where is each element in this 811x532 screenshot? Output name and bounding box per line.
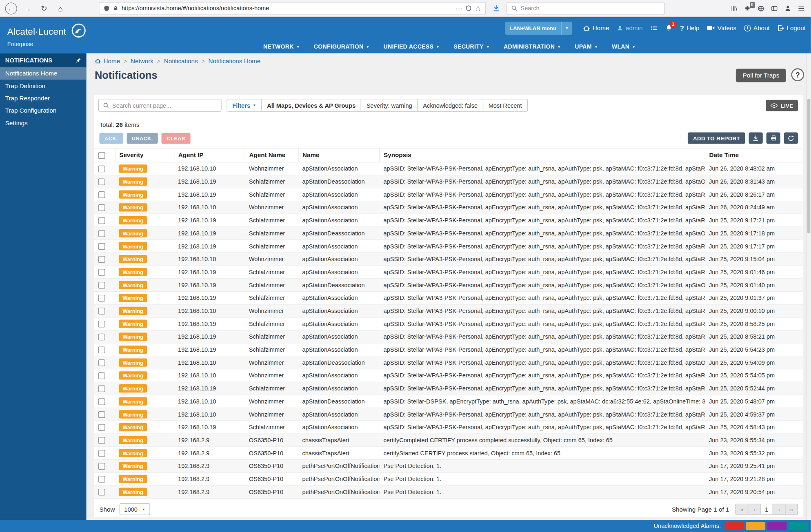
column-date-time[interactable]: Date Time bbox=[705, 148, 803, 162]
row-checkbox[interactable] bbox=[98, 256, 105, 262]
notification-row[interactable]: Warning 192.168.10.10 Wohnzimmer apStati… bbox=[94, 395, 803, 408]
notification-row[interactable]: Warning 192.168.10.19 Schlafzimmer apSta… bbox=[94, 317, 803, 330]
notification-row[interactable]: Warning 192.168.10.19 Schlafzimmer apSta… bbox=[94, 227, 803, 240]
row-checkbox[interactable] bbox=[98, 230, 105, 237]
page-actions-icon[interactable]: ⋯ bbox=[455, 4, 463, 12]
pin-icon[interactable] bbox=[76, 58, 81, 63]
row-checkbox[interactable] bbox=[98, 398, 105, 405]
row-checkbox[interactable] bbox=[98, 308, 105, 314]
alarm-count-box[interactable] bbox=[746, 522, 765, 530]
notification-row[interactable]: Warning 192.168.2.9 OS6350-P10 pethPsePo… bbox=[94, 459, 803, 472]
row-checkbox[interactable] bbox=[98, 269, 105, 275]
row-checkbox[interactable] bbox=[98, 295, 105, 301]
notification-row[interactable]: Warning 192.168.10.10 Wohnzimmer apStati… bbox=[94, 253, 803, 266]
sidebar-item[interactable]: Notifications Home bbox=[0, 67, 87, 80]
row-checkbox[interactable] bbox=[98, 372, 105, 379]
notification-row[interactable]: Warning 192.168.10.10 Wohnzimmer apStati… bbox=[94, 356, 803, 369]
column-name[interactable]: Name bbox=[298, 148, 379, 162]
row-checkbox[interactable] bbox=[98, 346, 105, 353]
prev-page-button[interactable]: ‹ bbox=[748, 504, 761, 515]
notification-row[interactable]: Warning 192.168.10.19 Schlafzimmer apSta… bbox=[94, 291, 803, 304]
current-page-button[interactable]: 1 bbox=[760, 504, 773, 515]
filter-chip[interactable]: Most Recent bbox=[483, 99, 528, 112]
row-checkbox[interactable] bbox=[98, 204, 105, 211]
notification-row[interactable]: Warning 192.168.10.19 Schlafzimmer apSta… bbox=[94, 188, 803, 201]
scrollbar-thumb[interactable] bbox=[807, 99, 811, 233]
row-checkbox[interactable] bbox=[98, 191, 105, 198]
content-scrollbar[interactable] bbox=[806, 53, 811, 520]
sidebar-item[interactable]: Trap Configuration bbox=[0, 104, 87, 117]
refresh-button[interactable] bbox=[784, 133, 798, 144]
row-checkbox[interactable] bbox=[98, 476, 105, 482]
nav-item[interactable]: ADMINISTRATION▼ bbox=[504, 43, 561, 49]
row-checkbox[interactable] bbox=[98, 359, 105, 366]
sidebar-item[interactable]: Settings bbox=[0, 117, 87, 129]
page-search-input[interactable] bbox=[112, 102, 217, 108]
row-checkbox[interactable] bbox=[98, 424, 105, 430]
notification-row[interactable]: Warning 192.168.10.19 Schlafzimmer apSta… bbox=[94, 279, 803, 292]
notification-row[interactable]: Warning 192.168.10.10 Wohnzimmer apStati… bbox=[94, 369, 803, 382]
notification-row[interactable]: Warning 192.168.10.19 Schlafzimmer apSta… bbox=[94, 214, 803, 227]
filter-chip[interactable]: Acknowledged: false bbox=[417, 99, 483, 112]
row-checkbox[interactable] bbox=[98, 489, 105, 495]
column-agent-name[interactable]: Agent Name bbox=[245, 148, 298, 162]
nav-item[interactable]: UPAM▼ bbox=[575, 43, 598, 49]
page-help-button[interactable]: ? bbox=[791, 68, 804, 81]
browser-reload-button[interactable]: ↻ bbox=[38, 2, 50, 14]
browser-home-button[interactable]: ⌂ bbox=[54, 2, 67, 14]
browser-search-input[interactable] bbox=[520, 5, 660, 11]
row-checkbox[interactable] bbox=[98, 411, 105, 418]
notification-row[interactable]: Warning 192.168.10.10 Wohnzimmer apStati… bbox=[94, 304, 803, 317]
row-checkbox[interactable] bbox=[98, 437, 105, 443]
notification-row[interactable]: Warning 192.168.2.9 OS6350-P10 pethPsePo… bbox=[94, 472, 803, 485]
row-checkbox[interactable] bbox=[98, 333, 105, 340]
next-page-button[interactable]: › bbox=[773, 504, 786, 515]
row-checkbox[interactable] bbox=[98, 282, 105, 288]
column-agent-ip[interactable]: Agent IP bbox=[174, 148, 245, 162]
sidebar-item[interactable]: Trap Responder bbox=[0, 92, 87, 104]
alarm-count-box[interactable] bbox=[725, 522, 744, 530]
account-icon[interactable] bbox=[784, 5, 791, 11]
print-button[interactable] bbox=[767, 133, 780, 144]
sidebar-toggle-icon[interactable] bbox=[771, 5, 778, 11]
poll-for-traps-button[interactable]: Poll for Traps bbox=[736, 69, 786, 82]
row-checkbox[interactable] bbox=[98, 165, 105, 172]
notification-row[interactable]: Warning 192.168.10.19 Schlafzimmer apSta… bbox=[94, 266, 803, 279]
extensions-icon[interactable]: 0 bbox=[744, 5, 751, 11]
unack-button[interactable]: UNACK. bbox=[127, 133, 158, 144]
page-size-select[interactable]: 1000 ▼ bbox=[120, 503, 150, 515]
nav-item[interactable]: SECURITY▼ bbox=[453, 43, 489, 49]
library-icon[interactable] bbox=[731, 5, 737, 11]
padlock-icon[interactable] bbox=[113, 5, 118, 11]
page-search-box[interactable] bbox=[98, 99, 222, 112]
header-home-link[interactable]: Home bbox=[583, 24, 609, 32]
lan-wlan-menu-dropdown[interactable]: LAN+WLAN menu ▼ bbox=[505, 22, 572, 35]
breadcrumb-link[interactable]: Notifications Home bbox=[209, 58, 261, 65]
row-checkbox[interactable] bbox=[98, 463, 105, 469]
header-user-link[interactable]: admin bbox=[617, 24, 642, 32]
downloads-button[interactable] bbox=[490, 2, 502, 14]
header-videos-link[interactable]: Videos bbox=[707, 24, 736, 32]
row-checkbox[interactable] bbox=[98, 217, 105, 224]
row-checkbox[interactable] bbox=[98, 450, 105, 457]
row-checkbox[interactable] bbox=[98, 243, 105, 250]
header-help-link[interactable]: ? Help bbox=[680, 24, 700, 32]
filter-chip[interactable]: Severity: warning bbox=[361, 99, 418, 112]
notification-row[interactable]: Warning 192.168.10.19 Schlafzimmer apSta… bbox=[94, 330, 803, 343]
column-synopsis[interactable]: Synopsis bbox=[379, 148, 704, 162]
notification-row[interactable]: Warning 192.168.10.10 Wohnzimmer apStati… bbox=[94, 408, 803, 421]
breadcrumb-link[interactable]: Home bbox=[104, 58, 120, 65]
row-checkbox[interactable] bbox=[98, 321, 105, 327]
add-to-report-button[interactable]: ADD TO REPORT bbox=[688, 133, 745, 144]
notification-row[interactable]: Warning 192.168.10.10 Wohnzimmer apStati… bbox=[94, 162, 803, 175]
column-severity[interactable]: Severity bbox=[115, 148, 174, 162]
menu-hamburger-icon[interactable] bbox=[798, 5, 804, 11]
alarm-count-box[interactable] bbox=[767, 522, 787, 530]
notification-row[interactable]: Warning 192.168.10.19 Schlafzimmer apSta… bbox=[94, 382, 803, 395]
nav-item[interactable]: WLAN▼ bbox=[612, 43, 635, 49]
header-logout-link[interactable]: Logout bbox=[778, 24, 806, 32]
first-page-button[interactable]: « bbox=[735, 504, 749, 515]
header-list-button[interactable] bbox=[650, 24, 658, 32]
address-bar[interactable]: https://omnivista.home/#/notifications/n… bbox=[99, 2, 486, 15]
header-about-link[interactable]: i About bbox=[744, 24, 770, 32]
